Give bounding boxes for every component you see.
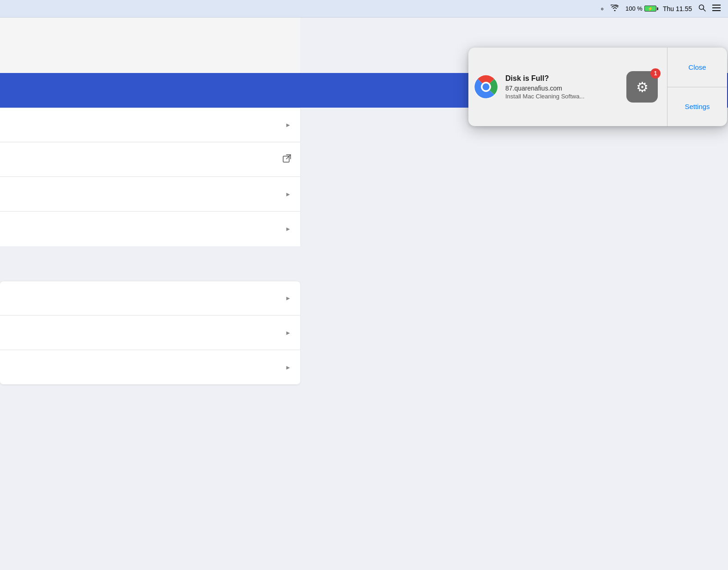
chevron-right-icon: ► <box>285 329 291 336</box>
svg-point-13 <box>483 84 490 91</box>
rows-group-2: ► ► ► <box>0 281 300 385</box>
notification-domain: 87.quarenafius.com <box>505 85 619 92</box>
external-link-icon <box>283 154 291 164</box>
chevron-right-icon: ► <box>285 364 291 371</box>
notification-title: Disk is Full? <box>505 74 619 83</box>
notification-text-block: Disk is Full? 87.quarenafius.com Install… <box>505 74 619 100</box>
battery-percent: 100 % <box>625 5 643 12</box>
clock: Thu 11.55 <box>663 5 692 12</box>
notification-content: Disk is Full? 87.quarenafius.com Install… <box>468 64 667 110</box>
top-gray-area <box>0 18 300 73</box>
menubar: ∘ 100 % ⚡ Thu 11.55 <box>0 0 728 18</box>
notification-popup: Disk is Full? 87.quarenafius.com Install… <box>468 48 727 126</box>
notification-actions: Close Settings <box>667 48 727 126</box>
chevron-right-icon: ► <box>285 295 291 302</box>
list-item[interactable]: ► <box>0 177 300 212</box>
list-item[interactable]: ► <box>0 281 300 315</box>
menu-icon[interactable] <box>712 5 721 12</box>
main-content: ► ► ► ► ► <box>0 18 728 570</box>
list-item[interactable]: ► <box>0 350 300 385</box>
notification-badge: 1 <box>650 68 661 79</box>
svg-line-1 <box>704 9 706 12</box>
gear-icon: ⚙ <box>636 79 649 95</box>
bluetooth-icon: ∘ <box>600 5 604 13</box>
battery-indicator: 100 % ⚡ <box>625 5 656 12</box>
svg-line-6 <box>286 155 291 159</box>
settings-button[interactable]: Settings <box>667 87 727 127</box>
search-icon[interactable] <box>698 4 706 13</box>
chevron-right-icon: ► <box>285 121 291 128</box>
section-spacer-1 <box>0 246 300 281</box>
app-gear-icon: ⚙ 1 <box>626 71 658 103</box>
list-item[interactable]: ► <box>0 108 300 142</box>
close-button[interactable]: Close <box>667 48 727 87</box>
list-item[interactable]: ► <box>0 212 300 246</box>
list-item[interactable]: ► <box>0 315 300 350</box>
chrome-app-icon <box>474 75 498 99</box>
rows-group-1: ► ► ► <box>0 108 300 246</box>
list-item[interactable] <box>0 142 300 177</box>
notification-body: Install Mac Cleaning Softwa... <box>505 93 619 100</box>
chevron-right-icon: ► <box>285 191 291 198</box>
wifi-icon <box>611 5 619 12</box>
chevron-right-icon: ► <box>285 225 291 232</box>
